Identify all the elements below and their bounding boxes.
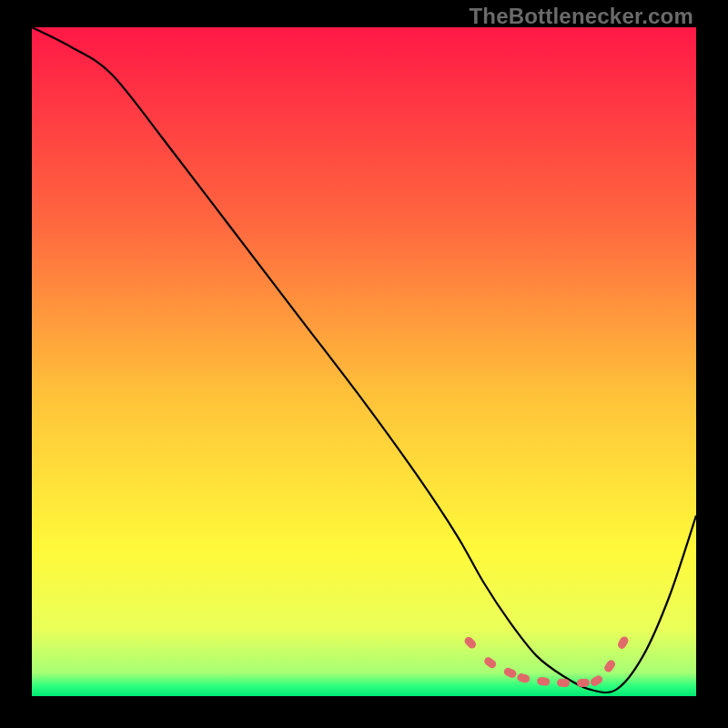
highlight-dots xyxy=(463,635,630,688)
chart-stage: TheBottlenecker.com xyxy=(0,0,728,728)
svg-rect-6 xyxy=(557,679,570,687)
svg-rect-8 xyxy=(589,674,604,688)
svg-rect-1 xyxy=(463,635,478,650)
svg-rect-5 xyxy=(537,677,551,687)
bottleneck-curve xyxy=(32,27,696,693)
plot-area xyxy=(32,27,696,696)
svg-rect-3 xyxy=(502,666,517,679)
watermark-label: TheBottlenecker.com xyxy=(469,4,693,29)
curve-layer xyxy=(32,27,696,696)
svg-rect-2 xyxy=(482,655,498,670)
svg-rect-7 xyxy=(577,678,591,687)
svg-rect-10 xyxy=(616,635,630,651)
svg-rect-9 xyxy=(602,659,616,674)
svg-rect-4 xyxy=(516,672,531,683)
